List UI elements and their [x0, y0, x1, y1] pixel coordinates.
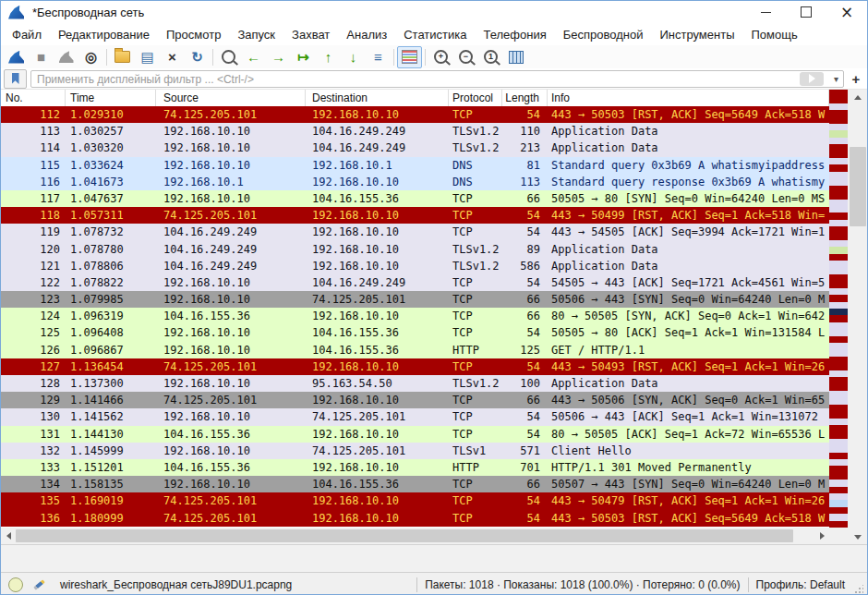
- column-header-length[interactable]: Length: [502, 90, 548, 106]
- scroll-down-button[interactable]: [848, 529, 868, 544]
- horizontal-scrollbar[interactable]: [1, 528, 829, 544]
- packet-row-120[interactable]: 1201.078780104.16.249.249192.168.10.10TL…: [1, 241, 829, 258]
- zoom-in-icon[interactable]: +: [428, 46, 453, 68]
- packet-row-118[interactable]: 1181.05731174.125.205.101192.168.10.10TC…: [1, 207, 829, 224]
- resize-columns-icon[interactable]: [503, 46, 528, 68]
- packet-row-126[interactable]: 1261.096867192.168.10.10104.16.155.36HTT…: [1, 342, 829, 358]
- toolbar-separator: [212, 49, 213, 66]
- scroll-left-button[interactable]: [1, 528, 16, 544]
- intelligent-scrollbar-minimap[interactable]: [829, 90, 848, 528]
- go-top-icon[interactable]: ↑: [316, 46, 341, 68]
- menu-item-7[interactable]: Статистика: [395, 23, 475, 45]
- cell-len: 125: [502, 342, 548, 358]
- packet-row-124[interactable]: 1241.096319104.16.155.36192.168.10.10TCP…: [1, 308, 829, 324]
- cell-no: 119: [1, 224, 66, 240]
- minimize-button[interactable]: [745, 1, 786, 23]
- cell-no: 130: [1, 408, 66, 425]
- menu-item-3[interactable]: Просмотр: [158, 23, 229, 45]
- packet-row-119[interactable]: 1191.078732104.16.249.249192.168.10.10TC…: [1, 224, 829, 240]
- column-header-protocol[interactable]: Protocol: [449, 90, 502, 106]
- horizontal-scroll-thumb[interactable]: [16, 529, 793, 542]
- go-forward-icon[interactable]: →: [266, 46, 291, 68]
- packet-row-136[interactable]: 1361.18099974.125.205.101192.168.10.10TC…: [1, 510, 829, 527]
- column-header-destination[interactable]: Destination: [306, 90, 449, 106]
- close-file-icon[interactable]: ×: [160, 46, 185, 68]
- menu-item-4[interactable]: Запуск: [229, 23, 283, 45]
- menu-item-5[interactable]: Захват: [283, 23, 338, 45]
- go-to-packet-icon[interactable]: ↦: [291, 46, 316, 68]
- maximize-button[interactable]: [786, 1, 826, 23]
- packet-row-117[interactable]: 1171.047637192.168.10.10104.16.155.36TCP…: [1, 190, 829, 207]
- reload-file-icon[interactable]: ↻: [185, 46, 210, 68]
- column-header-time[interactable]: Time: [66, 90, 156, 106]
- colorize-icon[interactable]: [397, 46, 422, 68]
- packet-row-133[interactable]: 1331.151201104.16.155.36192.168.10.10HTT…: [1, 459, 829, 476]
- vertical-scroll-thumb[interactable]: [850, 147, 866, 226]
- cell-no: 114: [1, 140, 66, 156]
- packet-row-125[interactable]: 1251.096408192.168.10.10104.16.155.36TCP…: [1, 324, 829, 341]
- menu-item-9[interactable]: Беспроводной: [555, 23, 652, 45]
- minimap-stripe: [829, 234, 848, 240]
- packet-row-123[interactable]: 1231.079985192.168.10.1074.125.205.101TC…: [1, 291, 829, 308]
- find-packet-icon[interactable]: [216, 46, 241, 68]
- add-filter-button[interactable]: +: [848, 70, 864, 88]
- stop-capture-icon[interactable]: ■: [29, 46, 54, 68]
- packet-row-113[interactable]: 1131.030257192.168.10.10104.16.249.249TL…: [1, 123, 829, 140]
- packet-row-128[interactable]: 1281.137300192.168.10.1095.163.54.50TLSv…: [1, 375, 829, 392]
- open-file-icon[interactable]: [110, 46, 135, 68]
- packet-row-129[interactable]: 1291.14146674.125.205.101192.168.10.10TC…: [1, 392, 829, 408]
- save-file-icon[interactable]: ▤: [135, 46, 160, 68]
- restart-capture-icon[interactable]: [54, 46, 78, 68]
- menu-item-11[interactable]: Помощь: [743, 23, 806, 45]
- filter-bookmark-button[interactable]: [4, 69, 27, 89]
- cell-proto: TCP: [449, 291, 502, 308]
- resize-grip[interactable]: [854, 585, 863, 594]
- cell-dst: 192.168.10.10: [306, 106, 449, 123]
- profile-label[interactable]: Профиль: Default: [756, 578, 846, 591]
- packet-list-header[interactable]: No.TimeSourceDestinationProtocolLengthIn…: [1, 90, 829, 107]
- packet-row-116[interactable]: 1161.041673192.168.10.1192.168.10.10DNS1…: [1, 174, 829, 190]
- capture-options-icon[interactable]: ◎: [78, 46, 103, 68]
- cell-src: 192.168.10.10: [156, 408, 306, 425]
- start-capture-icon[interactable]: [4, 46, 29, 68]
- capture-comment-button[interactable]: [30, 577, 47, 592]
- packet-row-112[interactable]: 1121.02931074.125.205.101192.168.10.10TC…: [1, 106, 829, 123]
- column-header-source[interactable]: Source: [156, 90, 306, 106]
- packet-row-127[interactable]: 1271.13645474.125.205.101192.168.10.10TC…: [1, 358, 829, 375]
- cell-src: 192.168.10.10: [156, 324, 306, 341]
- scroll-right-button[interactable]: [814, 528, 829, 544]
- packet-row-114[interactable]: 1141.030320192.168.10.10104.16.249.249TL…: [1, 140, 829, 156]
- filter-dropdown-caret[interactable]: ▾: [834, 71, 838, 87]
- close-button[interactable]: ×: [826, 1, 867, 23]
- menu-item-2[interactable]: Редактирование: [50, 23, 158, 45]
- menu-item-6[interactable]: Анализ: [338, 23, 395, 45]
- packet-row-131[interactable]: 1311.144130104.16.155.36192.168.10.10TCP…: [1, 426, 829, 443]
- autoscroll-icon[interactable]: ≡: [366, 46, 391, 68]
- minimap-stripe: [829, 357, 848, 363]
- display-filter-input[interactable]: [30, 70, 844, 88]
- packet-row-122[interactable]: 1221.078822192.168.10.10104.16.249.249TC…: [1, 274, 829, 291]
- column-header-no[interactable]: No.: [1, 90, 66, 106]
- packet-row-135[interactable]: 1351.16901974.125.205.101192.168.10.10TC…: [1, 492, 829, 509]
- packet-row-132[interactable]: 1321.145999192.168.10.1074.125.205.101TL…: [1, 443, 829, 459]
- menu-item-8[interactable]: Телефония: [475, 23, 554, 45]
- apply-filter-button[interactable]: [800, 72, 824, 86]
- menu-item-10[interactable]: Инструменты: [651, 23, 742, 45]
- go-bottom-icon[interactable]: ↓: [341, 46, 366, 68]
- scroll-up-button[interactable]: [848, 90, 868, 104]
- minimap-stripe: [829, 487, 848, 493]
- cell-len: 100: [502, 375, 548, 392]
- expert-info-button[interactable]: [8, 577, 23, 592]
- zoom-100-icon[interactable]: 1: [478, 46, 503, 68]
- menu-item-1[interactable]: Файл: [4, 23, 50, 45]
- vertical-scrollbar[interactable]: [848, 90, 868, 544]
- packet-row-121[interactable]: 1211.078806104.16.249.249192.168.10.10TL…: [1, 258, 829, 274]
- column-header-info[interactable]: Info: [548, 90, 829, 106]
- go-back-icon[interactable]: ←: [241, 46, 266, 68]
- zoom-out-icon[interactable]: −: [453, 46, 478, 68]
- packet-row-115[interactable]: 1151.033624192.168.10.10192.168.10.1DNS8…: [1, 157, 829, 174]
- packet-row-134[interactable]: 1341.158135192.168.10.10104.16.155.36TCP…: [1, 476, 829, 492]
- packet-row-130[interactable]: 1301.141562192.168.10.1074.125.205.101TC…: [1, 408, 829, 425]
- cell-time: 1.079985: [66, 291, 156, 308]
- minimap-stripe: [829, 425, 848, 431]
